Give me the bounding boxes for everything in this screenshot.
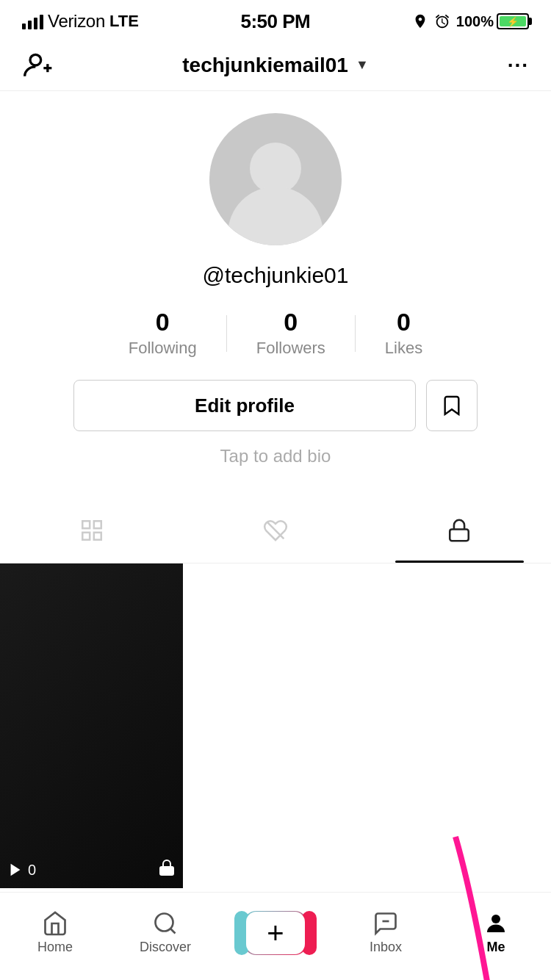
dropdown-chevron-icon: ▼: [356, 57, 369, 73]
play-count: 0: [7, 862, 36, 879]
carrier-text: Verizon: [48, 11, 105, 32]
svg-rect-6: [94, 533, 101, 540]
battery-percent: 100%: [456, 13, 494, 30]
nav-discover-label: Discover: [140, 940, 191, 955]
bookmark-button[interactable]: [426, 380, 478, 431]
bio-placeholder[interactable]: Tap to add bio: [220, 446, 331, 466]
likes-label: Likes: [385, 339, 422, 358]
likes-count: 0: [397, 309, 411, 336]
content-tabs: [0, 503, 551, 563]
svg-rect-4: [94, 522, 101, 529]
profile-section: @techjunkie01 0 Following 0 Followers 0 …: [0, 91, 551, 489]
svg-rect-10: [160, 867, 173, 875]
nav-me-label: Me: [486, 940, 505, 955]
ellipsis-icon: ···: [508, 54, 529, 77]
status-time: 5:50 PM: [240, 10, 310, 33]
svg-rect-3: [82, 522, 90, 529]
following-count: 0: [156, 309, 170, 336]
status-left: Verizon LTE: [22, 11, 139, 32]
bottom-nav: Home Discover + Inbox Me: [0, 892, 551, 980]
followers-count: 0: [284, 309, 298, 336]
liked-icon: [263, 518, 288, 548]
header-username[interactable]: techjunkiemail01 ▼: [182, 54, 368, 77]
avatar[interactable]: [209, 113, 342, 245]
svg-rect-8: [450, 530, 469, 541]
location-icon: [412, 13, 428, 29]
nav-discover[interactable]: Discover: [129, 910, 202, 955]
video-thumbnail[interactable]: 0: [0, 563, 183, 888]
avatar-placeholder: [209, 113, 342, 245]
home-icon: [42, 910, 68, 937]
likes-stat[interactable]: 0 Likes: [356, 309, 452, 358]
tab-liked[interactable]: [184, 503, 367, 563]
grid-icon: [79, 518, 104, 548]
nav-home-label: Home: [37, 940, 73, 955]
plus-icon: +: [267, 918, 284, 948]
nav-add[interactable]: +: [239, 911, 312, 955]
nav-home[interactable]: Home: [18, 910, 92, 955]
search-icon: [152, 910, 179, 937]
svg-rect-5: [82, 533, 90, 540]
svg-point-15: [491, 915, 500, 923]
inbox-icon: [372, 910, 399, 937]
stats-row: 0 Following 0 Followers 0 Likes: [15, 309, 536, 358]
svg-marker-9: [11, 864, 21, 876]
nav-inbox[interactable]: Inbox: [349, 910, 422, 955]
add-user-button[interactable]: [22, 49, 66, 82]
video-grid: 0: [0, 563, 551, 888]
lock-icon: [447, 518, 472, 548]
status-right: 100% ⚡: [412, 13, 529, 30]
nav-inbox-label: Inbox: [370, 940, 402, 955]
followers-label: Followers: [256, 339, 325, 358]
tab-private[interactable]: [367, 503, 551, 563]
user-handle: @techjunkie01: [203, 263, 349, 288]
network-type: LTE: [109, 12, 139, 31]
profile-header: techjunkiemail01 ▼ ···: [0, 40, 551, 91]
tab-videos[interactable]: [0, 503, 184, 563]
action-buttons: Edit profile: [73, 380, 478, 431]
following-stat[interactable]: 0 Following: [99, 309, 226, 358]
alarm-icon: [434, 13, 450, 29]
edit-profile-button[interactable]: Edit profile: [73, 380, 416, 431]
nav-me[interactable]: Me: [459, 910, 533, 955]
private-lock-icon: [158, 859, 176, 881]
signal-icon: [22, 13, 43, 29]
person-icon: [483, 910, 509, 937]
svg-point-0: [30, 54, 41, 65]
battery-indicator: 100% ⚡: [456, 13, 529, 30]
battery-bolt: ⚡: [507, 16, 519, 27]
svg-line-13: [170, 929, 176, 934]
status-bar: Verizon LTE 5:50 PM 100% ⚡: [0, 0, 551, 40]
avatar-body: [228, 187, 323, 245]
video-overlay: 0: [7, 859, 176, 881]
following-label: Following: [129, 339, 197, 358]
more-options-button[interactable]: ···: [485, 54, 529, 77]
followers-stat[interactable]: 0 Followers: [227, 309, 355, 358]
svg-point-12: [156, 914, 173, 932]
